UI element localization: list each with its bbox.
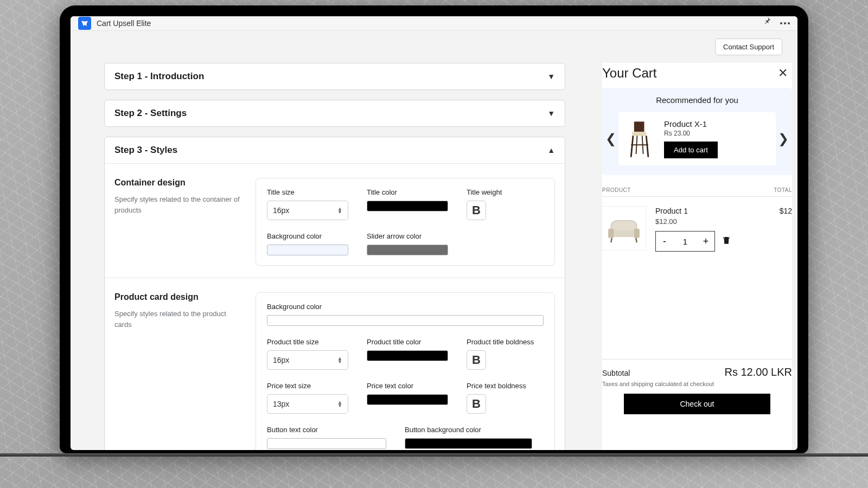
button-text-color-label: Button text color bbox=[267, 426, 386, 434]
subtotal-value: Rs 12.00 LKR bbox=[724, 366, 792, 378]
step-3-label: Step 3 - Styles bbox=[114, 145, 177, 156]
title-color-swatch[interactable] bbox=[367, 201, 448, 211]
background-color-label: Background color bbox=[267, 232, 348, 240]
cart-item-image bbox=[602, 207, 646, 250]
qty-increase-button[interactable]: + bbox=[697, 236, 714, 247]
main-row: Step 1 - Introduction ▼ Step 2 - Setting… bbox=[71, 55, 797, 450]
price-text-color-label: Price text color bbox=[367, 382, 448, 390]
laptop-frame: Cart Upsell Elite Contact Support Step 1… bbox=[60, 5, 808, 453]
add-to-cart-button[interactable]: Add to cart bbox=[664, 142, 718, 158]
container-design-section: Container design Specify styles related … bbox=[105, 164, 565, 278]
accordion-step-2[interactable]: Step 2 - Settings ▼ bbox=[104, 100, 565, 127]
recommendation-next-arrow[interactable]: ❯ bbox=[776, 131, 791, 146]
price-text-color-swatch[interactable] bbox=[367, 394, 448, 405]
top-bar: Cart Upsell Elite bbox=[71, 16, 797, 31]
container-bg-color-swatch[interactable] bbox=[267, 245, 348, 255]
slider-arrow-color-swatch[interactable] bbox=[367, 245, 448, 255]
cart-item-line-total: $12 bbox=[780, 207, 792, 252]
recommendation-product-name: Product X-1 bbox=[664, 119, 768, 129]
price-text-bold-toggle[interactable]: B bbox=[467, 394, 486, 414]
qty-decrease-button[interactable]: - bbox=[656, 236, 673, 247]
button-bg-color-label: Button background color bbox=[405, 426, 532, 434]
support-row: Contact Support bbox=[71, 31, 797, 55]
quantity-stepper: - 1 + bbox=[655, 231, 715, 252]
select-arrows-icon: ▲▼ bbox=[337, 207, 342, 214]
cart-title: Your Cart bbox=[602, 66, 657, 81]
app-title: Cart Upsell Elite bbox=[97, 19, 151, 28]
delete-icon[interactable] bbox=[722, 235, 731, 247]
checkout-button[interactable]: Check out bbox=[624, 394, 770, 414]
contact-support-button[interactable]: Contact Support bbox=[715, 38, 782, 55]
price-text-size-select[interactable]: 13px ▲▼ bbox=[267, 394, 348, 414]
cart-summary: Subtotal Rs 12.00 LKR Taxes and shipping… bbox=[602, 359, 792, 414]
svg-rect-0 bbox=[634, 121, 644, 132]
cart-item-name: Product 1 bbox=[655, 207, 731, 215]
accordion-step-3: Step 3 - Styles ▲ Container design Speci… bbox=[104, 137, 565, 450]
product-title-color-label: Product title color bbox=[367, 338, 448, 346]
product-card-design-title: Product card design bbox=[114, 292, 245, 302]
col-product: PRODUCT bbox=[602, 187, 631, 193]
cart-table-header: PRODUCT TOTAL bbox=[602, 175, 792, 197]
slider-arrow-color-label: Slider arrow color bbox=[367, 232, 448, 240]
title-size-select[interactable]: 16px ▲▼ bbox=[267, 201, 348, 220]
step-1-label: Step 1 - Introduction bbox=[114, 71, 204, 82]
price-text-boldness-label: Price text boldness bbox=[467, 382, 526, 390]
container-design-title: Container design bbox=[114, 178, 245, 188]
product-title-size-label: Product title size bbox=[267, 338, 348, 346]
subtotal-label: Subtotal bbox=[602, 369, 630, 377]
title-size-label: Title size bbox=[267, 188, 348, 196]
cart-preview-panel: Your Cart ✕ Recommended for you ❮ bbox=[602, 63, 792, 450]
step-2-label: Step 2 - Settings bbox=[114, 108, 187, 119]
product-title-color-swatch[interactable] bbox=[367, 350, 448, 361]
svg-line-2 bbox=[631, 136, 633, 157]
container-design-fields: Title size 16px ▲▼ Title color bbox=[256, 178, 555, 266]
button-bg-color-swatch[interactable] bbox=[405, 438, 532, 449]
recommendation-prev-arrow[interactable]: ❮ bbox=[603, 131, 618, 146]
pin-icon[interactable] bbox=[763, 16, 771, 30]
price-text-size-label: Price text size bbox=[267, 382, 348, 390]
container-design-description: Specify styles related to the container … bbox=[114, 194, 245, 215]
svg-rect-1 bbox=[632, 132, 646, 136]
product-title-size-select[interactable]: 16px ▲▼ bbox=[267, 350, 348, 370]
product-card-design-description: Specify styles related to the product ca… bbox=[114, 309, 245, 330]
chevron-down-icon: ▼ bbox=[547, 72, 555, 81]
svg-line-3 bbox=[646, 136, 648, 157]
config-column: Step 1 - Introduction ▼ Step 2 - Setting… bbox=[104, 63, 565, 450]
product-title-bold-toggle[interactable]: B bbox=[467, 350, 486, 370]
app-screen: Cart Upsell Elite Contact Support Step 1… bbox=[71, 16, 797, 450]
col-total: TOTAL bbox=[774, 187, 792, 193]
button-text-color-swatch[interactable] bbox=[267, 438, 386, 449]
step-3-header[interactable]: Step 3 - Styles ▲ bbox=[105, 137, 565, 163]
title-color-label: Title color bbox=[367, 188, 448, 196]
card-bg-color-label: Background color bbox=[267, 303, 544, 311]
shipping-note: Taxes and shipping calculated at checkou… bbox=[602, 381, 792, 387]
chevron-down-icon: ▼ bbox=[547, 109, 555, 118]
card-bg-color-swatch[interactable] bbox=[267, 315, 544, 326]
product-card-design-section: Product card design Specify styles relat… bbox=[105, 278, 565, 450]
product-card-design-fields: Background color Product title size bbox=[256, 292, 555, 450]
title-weight-bold-toggle[interactable]: B bbox=[467, 201, 486, 220]
select-arrows-icon: ▲▼ bbox=[337, 401, 342, 407]
svg-line-10 bbox=[611, 238, 612, 243]
cart-item-price: $12.00 bbox=[655, 217, 731, 226]
close-icon[interactable]: ✕ bbox=[776, 64, 790, 82]
step-3-body: Container design Specify styles related … bbox=[105, 163, 565, 450]
recommendation-card: Product X-1 Rs 23.00 Add to cart bbox=[618, 112, 776, 165]
content: Contact Support Step 1 - Introduction ▼ … bbox=[71, 31, 797, 450]
accordion-step-1[interactable]: Step 1 - Introduction ▼ bbox=[104, 63, 565, 90]
recommendation-box: Recommended for you ❮ bbox=[602, 88, 792, 175]
title-weight-label: Title weight bbox=[467, 188, 502, 196]
more-menu-icon[interactable] bbox=[780, 22, 790, 24]
cart-item: Product 1 $12.00 - 1 + bbox=[602, 197, 792, 261]
product-title-boldness-label: Product title boldness bbox=[467, 338, 534, 346]
svg-rect-8 bbox=[608, 229, 614, 238]
app-icon bbox=[78, 17, 91, 30]
svg-rect-9 bbox=[634, 229, 640, 238]
svg-rect-7 bbox=[610, 230, 638, 237]
recommendation-title: Recommended for you bbox=[602, 95, 792, 105]
recommendation-product-price: Rs 23.00 bbox=[664, 130, 768, 137]
recommendation-image bbox=[620, 117, 661, 161]
svg-line-11 bbox=[636, 238, 637, 243]
chevron-up-icon: ▲ bbox=[547, 146, 555, 155]
qty-value: 1 bbox=[673, 237, 697, 246]
